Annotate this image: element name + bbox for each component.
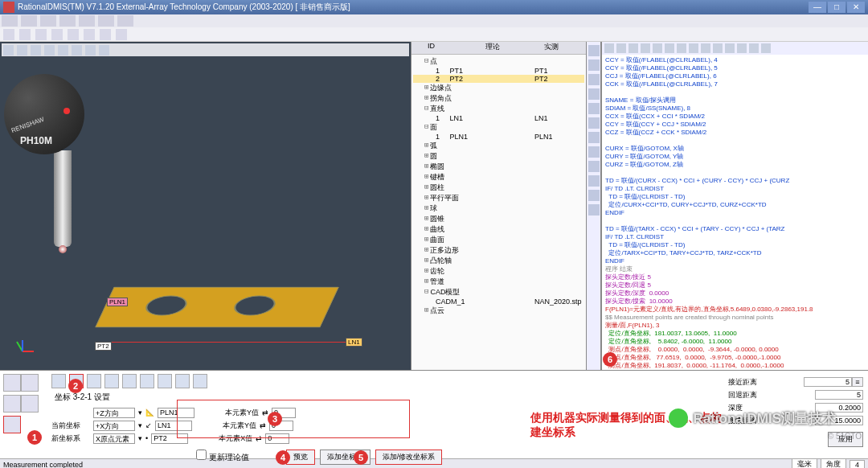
code-button[interactable] [737,43,747,53]
bottom-left-tools [0,371,48,458]
crd-tab[interactable] [122,374,137,388]
feature-tree[interactable]: ⊟点 1 PT1PT1 2 PT2PT2 ⊞边缘点 ⊞拐角点 ⊟直线 1 LN1… [411,55,586,370]
title-bar: RationalDMIS(TM) V7.1.20 External-Array … [0,0,868,14]
code-button[interactable] [665,43,674,53]
tool-button[interactable] [588,204,600,216]
3d-viewport[interactable]: RENISHAW PH10M PLN1 PT2 LN1 [0,42,411,370]
menu-item[interactable] [21,15,37,27]
callout-3: 3 [268,412,282,426]
toolbar-button[interactable] [51,29,63,40]
approach-input[interactable]: 5 [804,377,852,387]
code-button[interactable] [689,43,698,53]
tool-button[interactable] [3,395,21,413]
tool-button[interactable] [3,374,21,392]
pt-input[interactable]: PT2 [151,433,188,444]
hole-feature [141,296,191,316]
tool-button[interactable] [588,74,600,85]
toolbar-button[interactable] [35,29,47,40]
unit-select[interactable]: 毫米 [792,458,817,468]
toolbar-button[interactable] [100,29,111,40]
dir-z-select[interactable]: +Z方向 [93,408,135,418]
crd-tab[interactable] [193,374,207,388]
tree-col-id: ID [411,42,469,54]
update-nominal-check[interactable]: 更新理论值 [196,450,249,465]
toolbar-button[interactable] [68,29,79,40]
crd-tab[interactable] [175,374,190,388]
add-modify-crd-button[interactable]: 添加/修改坐标系 [375,450,443,465]
x-val-input[interactable]: 0 [265,433,289,444]
menu-item[interactable] [59,15,76,27]
tool-button[interactable] [588,103,600,114]
origin-select[interactable]: X原点元素 [93,433,135,444]
tool-button[interactable] [21,395,39,413]
tool-button[interactable] [588,146,600,158]
maximize-button[interactable]: □ [828,2,845,13]
crd-tab[interactable] [158,374,172,388]
tool-button[interactable] [588,161,600,172]
code-button[interactable] [749,43,759,53]
code-button[interactable] [677,43,686,53]
code-button[interactable] [641,43,650,53]
menu-icon[interactable]: ≡ [852,377,863,387]
menu-item[interactable] [98,15,114,27]
view-button[interactable] [99,45,109,55]
toolbar-button[interactable] [19,29,31,40]
tool-button[interactable] [588,45,600,56]
point-tag[interactable]: PT2 [95,342,112,351]
toolbar-button[interactable] [3,29,14,40]
plane-tag[interactable]: PLN1 [107,298,128,306]
axis-triad-icon [16,339,40,363]
view-button[interactable] [85,45,96,55]
retract-input[interactable]: 5 [815,390,863,400]
code-button[interactable] [616,43,626,53]
tool-button[interactable] [588,175,600,187]
wechat-icon [669,408,688,428]
code-button[interactable] [761,43,771,53]
close-button[interactable]: ✕ [847,2,865,13]
code-button[interactable] [604,43,614,53]
view-button[interactable] [31,45,41,55]
code-editor[interactable]: CCY = 取值(/FLABEL(@CLRLABEL), 4 CCY = 取值(… [602,55,868,370]
tool-button[interactable] [588,132,600,143]
tool-button[interactable] [588,60,600,71]
view-button[interactable] [3,45,14,55]
menu-item[interactable] [79,15,95,27]
tree-col-nominal: 理论 [469,42,527,54]
menu-item[interactable] [40,15,56,27]
menu-item[interactable] [117,15,133,27]
tool-button[interactable] [21,374,39,392]
code-button[interactable] [725,43,735,53]
minimize-button[interactable]: — [809,2,826,13]
view-button[interactable] [72,45,82,55]
tool-button[interactable] [588,88,600,100]
view-button[interactable] [44,45,55,55]
toolbar-button[interactable] [116,29,127,40]
decimals-select[interactable]: 4 [850,460,865,469]
crd-tab[interactable] [104,374,119,388]
source-watermark: © 51CTO [828,432,862,441]
angle-select[interactable]: 角度 [821,458,846,468]
preview-button[interactable]: 预览 [286,450,315,465]
code-tool-strip [587,42,601,370]
cad-part [95,287,338,327]
menu-bar [0,14,868,27]
toolbar-button[interactable] [84,29,95,40]
menu-item[interactable] [2,15,18,27]
code-button[interactable] [653,43,662,53]
crd-tab[interactable] [87,374,101,388]
cfg-title: 坐标 3-2-1 设置 [55,392,720,403]
code-button[interactable] [713,43,723,53]
view-button[interactable] [58,45,68,55]
pln-input[interactable]: PLN1 [158,408,194,418]
ln-input[interactable]: LN1 [155,421,192,431]
view-button[interactable] [17,45,27,55]
tool-button[interactable] [588,117,600,129]
line-tag[interactable]: LN1 [346,338,362,347]
crd-tab[interactable] [51,374,66,388]
dir-x-select[interactable]: +X方向 [93,421,135,431]
code-button[interactable] [628,43,638,53]
tool-button[interactable] [588,190,600,201]
crd-tool-button[interactable] [3,416,21,433]
code-button[interactable] [701,43,710,53]
crd-tab[interactable] [140,374,154,388]
